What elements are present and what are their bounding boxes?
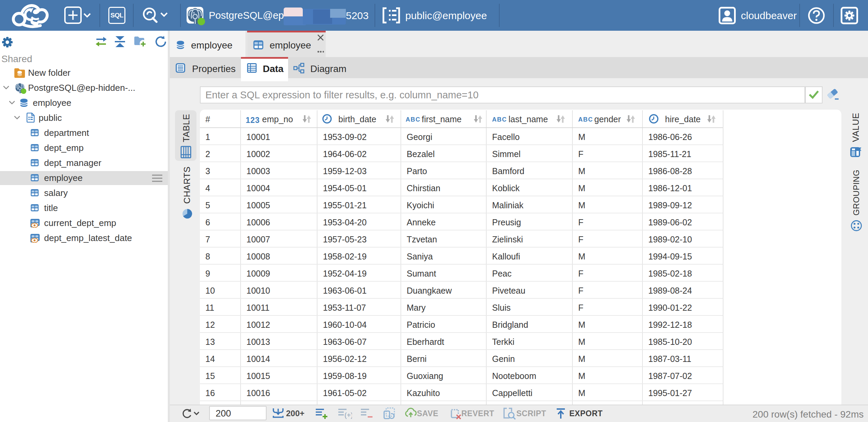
svg-text:(+): (+) (344, 411, 352, 419)
